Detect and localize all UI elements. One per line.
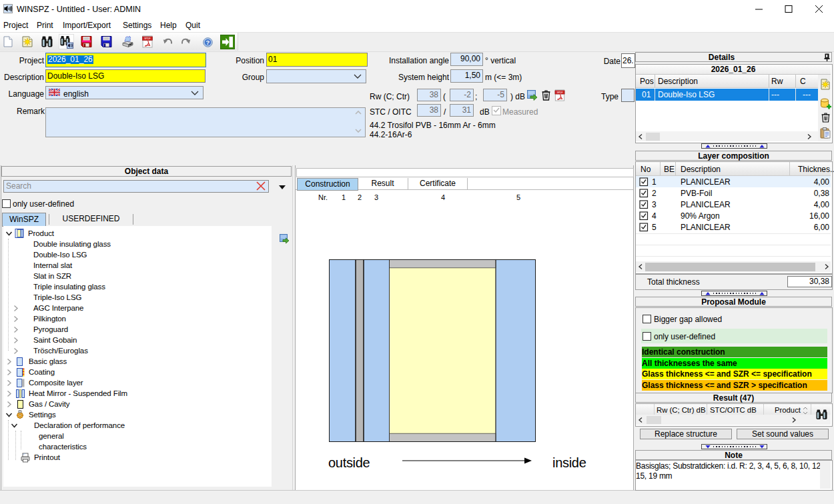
svg-text:SPDF: SPDF	[144, 37, 151, 40]
svg-text:SPDF: SPDF	[556, 91, 562, 94]
svg-text:?: ?	[206, 39, 210, 46]
